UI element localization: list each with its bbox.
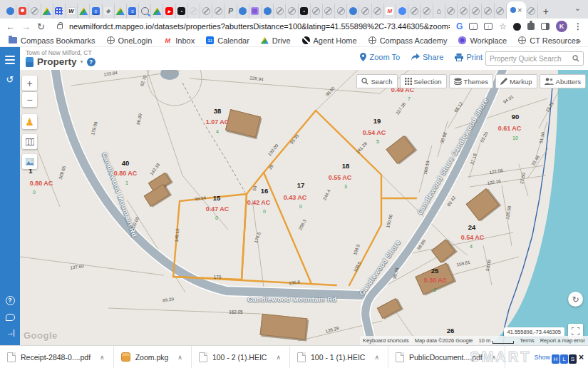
browser-tab[interactable] — [78, 4, 90, 19]
google-account-icon[interactable]: G — [456, 21, 463, 31]
tab-overflow-chevron-icon[interactable]: ⌄ — [574, 4, 581, 13]
browser-tab[interactable]: ◆ — [103, 4, 115, 19]
browser-tab[interactable]: ⌂ — [433, 4, 445, 19]
browser-tab[interactable] — [526, 4, 538, 19]
browser-tab[interactable] — [188, 4, 200, 19]
map-tool-abutters-button[interactable]: Abutters — [540, 74, 586, 88]
bookmark-star-icon[interactable]: ☆ — [499, 21, 507, 31]
side-panel-icon[interactable] — [541, 23, 550, 30]
browser-tab[interactable] — [323, 4, 335, 19]
active-tab[interactable]: × — [507, 1, 526, 19]
browser-tab[interactable] — [237, 4, 249, 19]
browser-tab[interactable] — [482, 4, 494, 19]
forward-button[interactable]: → — [21, 22, 31, 31]
browser-tab[interactable] — [347, 4, 359, 19]
download-menu-chevron-icon[interactable]: ∧ — [177, 354, 182, 361]
browser-tab[interactable]: ≡ — [90, 4, 102, 19]
report-map-error-link[interactable]: Report a map error — [537, 336, 588, 345]
menu-hamburger-icon[interactable] — [0, 53, 20, 66]
browser-tab[interactable]: M — [384, 4, 396, 19]
browser-tab[interactable]: P — [225, 4, 237, 19]
new-tab-button[interactable]: + — [538, 4, 554, 19]
bookmark-compass-bookmarks[interactable]: Compass Bookmarks — [9, 36, 96, 45]
browser-tab[interactable] — [200, 4, 212, 19]
street-view-pegman[interactable]: ♟ — [22, 114, 37, 129]
bookmark-drive[interactable]: Drive — [261, 36, 291, 45]
feedback-chat-icon[interactable] — [0, 311, 20, 324]
history-undo-icon[interactable]: ↺ — [0, 74, 20, 85]
bookmark-onelogin[interactable]: OneLogin — [107, 36, 153, 45]
bookmark-compass-academy[interactable]: Compass Academy — [368, 36, 448, 45]
browser-tab[interactable] — [41, 4, 53, 19]
bookmark-workplace[interactable]: Workplace — [458, 36, 507, 45]
terms-link[interactable]: Terms — [517, 336, 537, 345]
browser-tab[interactable] — [458, 4, 470, 19]
bookmarks-overflow-chevron[interactable]: » — [577, 36, 581, 45]
profile-avatar[interactable]: K — [556, 21, 567, 32]
address-bar[interactable]: newmilfordct.mapgeo.io/datasets/properti… — [69, 22, 450, 31]
download-item[interactable]: Zoom.pkg∧ — [114, 346, 192, 368]
bookmark-agent-home[interactable]: Agent Home — [302, 36, 357, 45]
browser-tab[interactable] — [421, 4, 433, 19]
browser-tab[interactable]: ≡ — [127, 4, 139, 19]
download-item[interactable]: 100 - 1 (1).HEIC∧ — [290, 346, 388, 368]
download-item[interactable]: 100 - 2 (1).HEIC∧ — [192, 346, 290, 368]
browser-tab[interactable] — [445, 4, 458, 19]
zoom-to-button[interactable]: Zoom To — [360, 53, 400, 61]
browser-tab[interactable] — [262, 4, 274, 19]
imagery-button[interactable] — [22, 154, 37, 169]
download-menu-chevron-icon[interactable]: ∧ — [276, 354, 281, 361]
dataset-help-icon[interactable]: ? — [87, 58, 96, 66]
browser-tab[interactable] — [16, 4, 29, 19]
browser-tab[interactable] — [212, 4, 225, 19]
download-item[interactable]: Receipt-2848-0....pdf∧ — [0, 346, 114, 368]
share-page-icon[interactable]: ↑ — [484, 23, 492, 30]
padlock-icon[interactable] — [57, 24, 63, 29]
bookmark-ct-resources[interactable]: CT Resources — [518, 36, 579, 45]
browser-tab[interactable] — [286, 4, 298, 19]
quick-search-input[interactable] — [490, 55, 572, 63]
browser-tab[interactable] — [470, 4, 482, 19]
browser-tab[interactable] — [372, 4, 384, 19]
browser-tab[interactable] — [495, 4, 507, 19]
browser-tab[interactable] — [396, 4, 408, 19]
download-menu-chevron-icon[interactable]: ∧ — [100, 354, 105, 361]
install-icon[interactable]: ↓ — [469, 23, 478, 30]
browser-tab[interactable] — [4, 4, 16, 19]
bookmark-calendar[interactable]: 31Calendar — [206, 36, 249, 45]
rotate-control[interactable]: ↻ — [568, 292, 583, 307]
chevron-down-icon[interactable]: ▾ — [81, 58, 83, 65]
browser-tab[interactable] — [359, 4, 371, 19]
browser-tab[interactable]: W — [66, 4, 78, 19]
download-menu-chevron-icon[interactable]: ∧ — [374, 354, 379, 361]
browser-menu-icon[interactable]: ⋮ — [574, 21, 582, 31]
browser-tab[interactable] — [311, 4, 323, 19]
zoom-out-button[interactable]: − — [22, 92, 37, 107]
map-tool-selection-button[interactable]: Selection — [400, 74, 447, 88]
close-downloads-icon[interactable]: × — [579, 352, 584, 362]
browser-tab[interactable] — [139, 4, 151, 19]
browser-tab[interactable]: ▪ — [176, 4, 188, 19]
map-tool-markup-button[interactable]: Markup — [495, 74, 537, 88]
help-icon[interactable]: ? — [0, 292, 20, 305]
zoom-in-button[interactable]: + — [22, 76, 37, 91]
browser-tab[interactable] — [408, 4, 421, 19]
quick-search-box[interactable] — [485, 51, 584, 66]
basemap-button[interactable] — [22, 134, 37, 149]
keyboard-shortcuts-link[interactable]: Keyboard shortcuts — [360, 336, 412, 345]
browser-tab[interactable] — [151, 4, 163, 19]
back-button[interactable]: ← — [6, 22, 15, 31]
sign-in-icon[interactable]: →| — [0, 328, 20, 337]
map-tool-search-button[interactable]: Search — [356, 74, 397, 88]
map-canvas[interactable]: Candlewood Mountain RdCandlewood Mountai… — [20, 70, 588, 345]
tab-close-icon[interactable]: × — [517, 6, 522, 14]
browser-tab[interactable] — [115, 4, 127, 19]
print-button[interactable]: Print — [455, 53, 483, 61]
browser-tab[interactable] — [249, 4, 262, 19]
browser-tab[interactable] — [53, 4, 66, 19]
bookmark-inbox[interactable]: MInbox — [163, 36, 195, 45]
browser-tab[interactable] — [274, 4, 286, 19]
map-tool-themes-button[interactable]: Themes — [449, 74, 493, 88]
browser-tab[interactable]: ▶ — [163, 4, 175, 19]
browser-tab[interactable] — [29, 4, 41, 19]
